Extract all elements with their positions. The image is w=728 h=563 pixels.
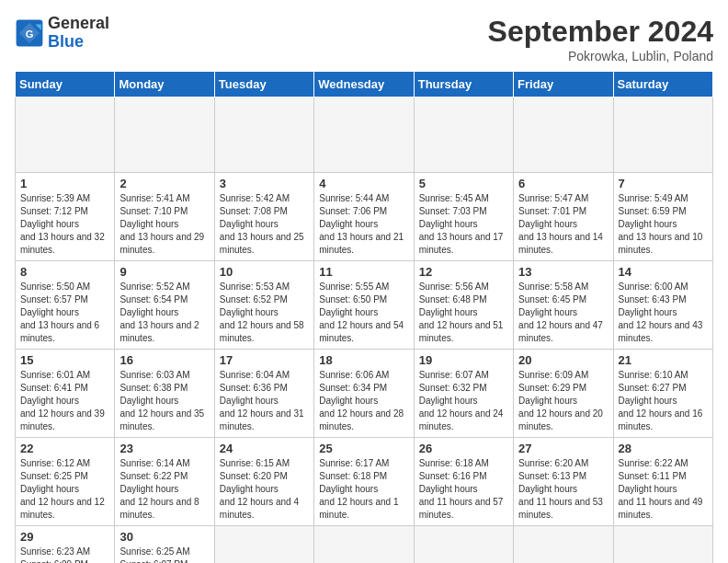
- day-number: 19: [419, 353, 508, 367]
- calendar-week-1: 1Sunrise: 5:39 AMSunset: 7:12 PMDaylight…: [16, 173, 713, 261]
- day-info: Sunrise: 5:55 AMSunset: 6:50 PMDaylight …: [319, 281, 408, 345]
- day-number: 12: [419, 265, 508, 279]
- day-number: 21: [619, 353, 708, 367]
- calendar-cell: 24Sunrise: 6:15 AMSunset: 6:20 PMDayligh…: [214, 438, 313, 526]
- calendar-cell: 30Sunrise: 6:25 AMSunset: 6:07 PMDayligh…: [115, 526, 214, 564]
- header-monday: Monday: [115, 72, 214, 98]
- page-header: G General Blue September 2024 Pokrowka, …: [15, 15, 713, 63]
- calendar-cell: 26Sunrise: 6:18 AMSunset: 6:16 PMDayligh…: [414, 438, 513, 526]
- calendar-cell: [414, 526, 513, 564]
- day-number: 15: [20, 353, 109, 367]
- day-number: 23: [119, 442, 209, 455]
- day-number: 22: [20, 442, 109, 455]
- header-tuesday: Tuesday: [214, 72, 313, 98]
- day-info: Sunrise: 6:22 AMSunset: 6:11 PMDaylight …: [619, 457, 708, 522]
- day-number: 6: [518, 177, 608, 190]
- calendar-cell: 9Sunrise: 5:52 AMSunset: 6:54 PMDaylight…: [115, 261, 214, 350]
- day-info: Sunrise: 6:23 AMSunset: 6:09 PMDaylight …: [20, 546, 109, 563]
- calendar-cell: 19Sunrise: 6:07 AMSunset: 6:32 PMDayligh…: [414, 350, 513, 438]
- day-number: 25: [319, 442, 408, 455]
- calendar-cell: 7Sunrise: 5:49 AMSunset: 6:59 PMDaylight…: [613, 173, 712, 261]
- day-number: 5: [419, 177, 508, 190]
- header-wednesday: Wednesday: [314, 72, 414, 98]
- calendar-cell: 28Sunrise: 6:22 AMSunset: 6:11 PMDayligh…: [613, 438, 712, 526]
- day-number: 7: [619, 177, 708, 190]
- title-block: September 2024 Pokrowka, Lublin, Poland: [488, 15, 713, 63]
- day-info: Sunrise: 5:58 AMSunset: 6:45 PMDaylight …: [518, 281, 608, 345]
- day-info: Sunrise: 5:52 AMSunset: 6:54 PMDaylight …: [119, 281, 209, 345]
- logo-general-text: General: [48, 14, 109, 32]
- day-number: 20: [518, 353, 608, 367]
- calendar-cell: 5Sunrise: 5:45 AMSunset: 7:03 PMDaylight…: [414, 173, 513, 261]
- day-info: Sunrise: 6:00 AMSunset: 6:43 PMDaylight …: [619, 281, 708, 345]
- svg-text:G: G: [26, 29, 34, 40]
- day-info: Sunrise: 6:14 AMSunset: 6:22 PMDaylight …: [119, 457, 209, 522]
- day-number: 14: [619, 265, 708, 279]
- day-number: 18: [319, 353, 408, 367]
- calendar-cell: 10Sunrise: 5:53 AMSunset: 6:52 PMDayligh…: [214, 261, 313, 350]
- day-info: Sunrise: 6:17 AMSunset: 6:18 PMDaylight …: [319, 457, 408, 522]
- day-number: 29: [20, 530, 109, 544]
- day-info: Sunrise: 5:44 AMSunset: 7:06 PMDaylight …: [319, 192, 408, 257]
- day-number: 24: [220, 442, 309, 455]
- calendar-header-row: SundayMondayTuesdayWednesdayThursdayFrid…: [16, 72, 713, 98]
- day-info: Sunrise: 6:09 AMSunset: 6:29 PMDaylight …: [518, 369, 608, 433]
- header-friday: Friday: [514, 72, 613, 98]
- calendar-week-4: 22Sunrise: 6:12 AMSunset: 6:25 PMDayligh…: [16, 438, 713, 526]
- calendar-cell: 3Sunrise: 5:42 AMSunset: 7:08 PMDaylight…: [214, 173, 313, 261]
- header-saturday: Saturday: [613, 72, 712, 98]
- calendar-cell: 21Sunrise: 6:10 AMSunset: 6:27 PMDayligh…: [613, 350, 712, 438]
- day-number: 10: [220, 265, 309, 279]
- calendar-cell: 29Sunrise: 6:23 AMSunset: 6:09 PMDayligh…: [16, 526, 115, 564]
- day-number: 4: [319, 177, 408, 190]
- day-info: Sunrise: 6:18 AMSunset: 6:16 PMDaylight …: [419, 457, 508, 522]
- calendar-cell: [214, 98, 313, 173]
- calendar-week-5: 29Sunrise: 6:23 AMSunset: 6:09 PMDayligh…: [16, 526, 713, 564]
- calendar-week-3: 15Sunrise: 6:01 AMSunset: 6:41 PMDayligh…: [16, 350, 713, 438]
- day-info: Sunrise: 5:41 AMSunset: 7:10 PMDaylight …: [119, 192, 209, 257]
- day-info: Sunrise: 6:25 AMSunset: 6:07 PMDaylight …: [119, 546, 209, 563]
- calendar-table: SundayMondayTuesdayWednesdayThursdayFrid…: [15, 71, 713, 563]
- calendar-cell: 4Sunrise: 5:44 AMSunset: 7:06 PMDaylight…: [314, 173, 414, 261]
- calendar-cell: [115, 98, 214, 173]
- day-info: Sunrise: 6:01 AMSunset: 6:41 PMDaylight …: [20, 369, 109, 433]
- calendar-cell: 17Sunrise: 6:04 AMSunset: 6:36 PMDayligh…: [214, 350, 313, 438]
- day-number: 3: [220, 177, 309, 190]
- logo: G General Blue: [15, 15, 109, 52]
- calendar-cell: 12Sunrise: 5:56 AMSunset: 6:48 PMDayligh…: [414, 261, 513, 350]
- day-number: 16: [119, 353, 209, 367]
- calendar-cell: 2Sunrise: 5:41 AMSunset: 7:10 PMDaylight…: [115, 173, 214, 261]
- calendar-cell: 13Sunrise: 5:58 AMSunset: 6:45 PMDayligh…: [514, 261, 613, 350]
- day-info: Sunrise: 5:45 AMSunset: 7:03 PMDaylight …: [419, 192, 508, 257]
- calendar-cell: [514, 526, 613, 564]
- day-number: 27: [518, 442, 608, 455]
- day-info: Sunrise: 5:47 AMSunset: 7:01 PMDaylight …: [518, 192, 608, 257]
- calendar-cell: [414, 98, 513, 173]
- day-number: 9: [119, 265, 209, 279]
- day-info: Sunrise: 6:04 AMSunset: 6:36 PMDaylight …: [220, 369, 309, 433]
- calendar-cell: 16Sunrise: 6:03 AMSunset: 6:38 PMDayligh…: [115, 350, 214, 438]
- location-text: Pokrowka, Lublin, Poland: [488, 49, 713, 63]
- calendar-cell: [314, 526, 414, 564]
- calendar-cell: 8Sunrise: 5:50 AMSunset: 6:57 PMDaylight…: [16, 261, 115, 350]
- day-number: 8: [20, 265, 109, 279]
- day-number: 2: [119, 177, 209, 190]
- calendar-cell: [214, 526, 313, 564]
- calendar-cell: [514, 98, 613, 173]
- day-number: 11: [319, 265, 408, 279]
- day-info: Sunrise: 6:15 AMSunset: 6:20 PMDaylight …: [220, 457, 309, 522]
- calendar-cell: 23Sunrise: 6:14 AMSunset: 6:22 PMDayligh…: [115, 438, 214, 526]
- calendar-cell: 22Sunrise: 6:12 AMSunset: 6:25 PMDayligh…: [16, 438, 115, 526]
- calendar-cell: 20Sunrise: 6:09 AMSunset: 6:29 PMDayligh…: [514, 350, 613, 438]
- calendar-cell: 14Sunrise: 6:00 AMSunset: 6:43 PMDayligh…: [613, 261, 712, 350]
- day-info: Sunrise: 5:56 AMSunset: 6:48 PMDaylight …: [419, 281, 508, 345]
- day-info: Sunrise: 6:07 AMSunset: 6:32 PMDaylight …: [419, 369, 508, 433]
- day-number: 28: [619, 442, 708, 455]
- day-info: Sunrise: 5:39 AMSunset: 7:12 PMDaylight …: [20, 192, 109, 257]
- day-info: Sunrise: 6:03 AMSunset: 6:38 PMDaylight …: [119, 369, 209, 433]
- header-thursday: Thursday: [414, 72, 513, 98]
- calendar-cell: [314, 98, 414, 173]
- day-info: Sunrise: 5:50 AMSunset: 6:57 PMDaylight …: [20, 281, 109, 345]
- calendar-cell: 18Sunrise: 6:06 AMSunset: 6:34 PMDayligh…: [314, 350, 414, 438]
- day-number: 17: [220, 353, 309, 367]
